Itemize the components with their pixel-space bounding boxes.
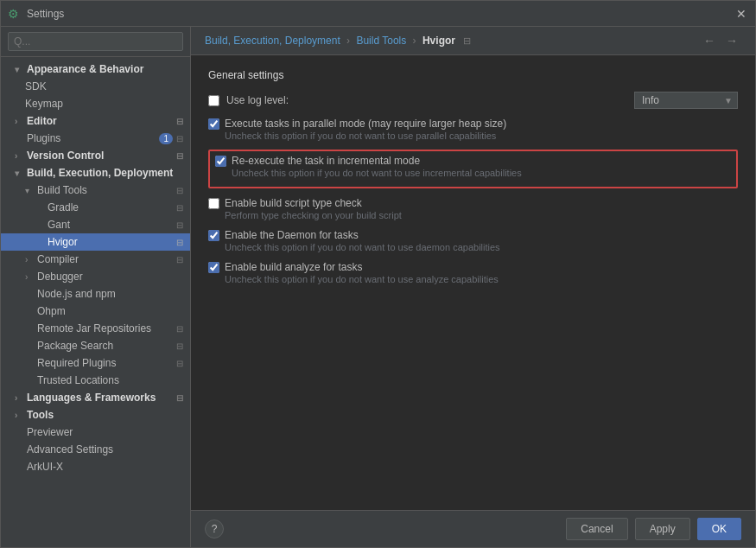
ok-button[interactable]: OK <box>697 518 741 540</box>
sidebar-item-build-tools[interactable]: ▾ Build Tools ⊟ <box>1 182 190 199</box>
arrow-icon: ▾ <box>25 186 35 195</box>
bookmark-icon: ⊟ <box>176 203 183 213</box>
sidebar-item-required-plugins[interactable]: Required Plugins ⊟ <box>1 354 190 372</box>
setting-analyze-tasks: Enable build analyze for tasks Uncheck t… <box>208 261 738 284</box>
daemon-tasks-label: Enable the Daemon for tasks <box>225 229 359 241</box>
titlebar-controls: ✕ <box>734 7 748 21</box>
sidebar-item-compiler[interactable]: › Compiler ⊟ <box>1 251 190 268</box>
bookmark-icon: ⊟ <box>176 117 183 126</box>
search-box <box>1 27 190 57</box>
breadcrumb: Build, Execution, Deployment › Build Too… <box>205 35 471 47</box>
search-input[interactable] <box>8 32 183 51</box>
arrow-icon: › <box>15 151 25 161</box>
sidebar-item-languages[interactable]: › Languages & Frameworks ⊟ <box>1 389 190 406</box>
sidebar-label: Gant <box>48 219 70 231</box>
sidebar-label: SDK <box>25 80 47 92</box>
sidebar-item-debugger[interactable]: › Debugger <box>1 268 190 285</box>
bookmark-icon: ⊟ <box>176 359 183 368</box>
sidebar-label: Build Tools <box>37 184 87 196</box>
bookmark-icon: ⊟ <box>176 255 183 264</box>
arrow-icon: › <box>15 117 25 126</box>
sidebar-item-advanced-settings[interactable]: Advanced Settings <box>1 441 190 458</box>
breadcrumb-part2[interactable]: Build Tools <box>356 35 406 47</box>
nav-back-button[interactable]: ← <box>700 34 719 48</box>
sidebar-item-keymap[interactable]: Keymap <box>1 95 190 112</box>
close-button[interactable]: ✕ <box>734 7 748 21</box>
sidebar-item-package-search[interactable]: Package Search ⊟ <box>1 337 190 354</box>
build-script-type-desc: Perform type checking on your build scri… <box>225 210 738 220</box>
sidebar-label: Ohpm <box>37 305 66 317</box>
bookmark-icon: ⊟ <box>176 341 183 351</box>
sidebar-label: Version Control <box>27 150 104 162</box>
sidebar-item-gant[interactable]: Gant ⊟ <box>1 216 190 233</box>
sidebar-label: Appearance & Behavior <box>27 63 143 75</box>
setting-use-log-level: Use log level: Info Debug Warn Error ▼ <box>208 92 738 109</box>
parallel-mode-checkbox[interactable] <box>208 118 219 130</box>
arrow-icon: › <box>15 393 25 403</box>
use-log-level-label: Use log level: <box>226 94 289 106</box>
right-panel: Build, Execution, Deployment › Build Too… <box>191 27 755 547</box>
settings-window: ⚙ Settings ✕ ▾ Appearance & Behavior SDK <box>0 0 756 548</box>
cancel-button[interactable]: Cancel <box>566 518 627 540</box>
log-level-select-wrapper: Info Debug Warn Error ▼ <box>634 92 738 109</box>
sidebar-item-editor[interactable]: › Editor ⊟ <box>1 112 190 130</box>
sidebar-item-build-exec-deploy[interactable]: ▾ Build, Execution, Deployment <box>1 164 190 182</box>
nav-forward-button[interactable]: → <box>722 34 741 48</box>
sidebar-item-plugins[interactable]: Plugins 1 ⊟ <box>1 130 190 147</box>
sidebar-label: Build, Execution, Deployment <box>27 167 173 179</box>
breadcrumb-bookmark: ⊟ <box>463 35 471 46</box>
sidebar-item-appearance[interactable]: ▾ Appearance & Behavior <box>1 61 190 78</box>
daemon-tasks-row: Enable the Daemon for tasks <box>208 229 738 241</box>
setting-daemon-tasks: Enable the Daemon for tasks Uncheck this… <box>208 229 738 252</box>
sidebar-item-remote-jar[interactable]: Remote Jar Repositories ⊟ <box>1 320 190 337</box>
help-button[interactable]: ? <box>205 519 224 538</box>
daemon-tasks-checkbox[interactable] <box>208 230 219 241</box>
nav-tree: ▾ Appearance & Behavior SDK Keymap › Edi… <box>1 57 190 547</box>
sidebar-item-version-control[interactable]: › Version Control ⊟ <box>1 147 190 164</box>
arrow-icon: › <box>25 272 35 282</box>
footer: ? Cancel Apply OK <box>191 510 755 547</box>
apply-button[interactable]: Apply <box>635 518 690 540</box>
sidebar-label: Tools <box>27 409 54 421</box>
setting-incremental-mode: Re-execute the task in incremental mode … <box>208 150 738 188</box>
sidebar-label: Hvigor <box>48 236 78 248</box>
titlebar: ⚙ Settings ✕ <box>1 1 755 27</box>
sidebar-label: Gradle <box>48 201 79 213</box>
sidebar-label: Plugins <box>27 132 60 144</box>
arrow-icon: › <box>15 411 25 420</box>
sidebar-item-nodejs[interactable]: Node.js and npm <box>1 285 190 303</box>
sidebar-label: Remote Jar Repositories <box>37 322 151 335</box>
setting-parallel-mode: Execute tasks in parallel mode (may requ… <box>208 118 738 141</box>
sidebar-label: Keymap <box>25 98 63 110</box>
plugins-badge: 1 <box>159 133 173 144</box>
breadcrumb-current: Hvigor <box>422 35 455 47</box>
build-script-type-row: Enable build script type check <box>208 197 738 209</box>
incremental-mode-checkbox[interactable] <box>215 156 226 167</box>
daemon-tasks-desc: Uncheck this option if you do not want t… <box>225 242 738 252</box>
section-title: General settings <box>208 69 738 81</box>
sidebar: ▾ Appearance & Behavior SDK Keymap › Edi… <box>1 27 191 547</box>
sidebar-item-trusted-locations[interactable]: Trusted Locations <box>1 372 190 389</box>
build-script-type-label: Enable build script type check <box>225 197 362 209</box>
sidebar-item-hvigor[interactable]: Hvigor ⊟ <box>1 233 190 251</box>
sidebar-item-gradle[interactable]: Gradle ⊟ <box>1 199 190 216</box>
sidebar-label: ArkUI-X <box>27 461 63 473</box>
build-script-type-checkbox[interactable] <box>208 198 219 209</box>
breadcrumb-part1[interactable]: Build, Execution, Deployment <box>205 35 340 47</box>
parallel-mode-desc: Uncheck this option if you do not want t… <box>225 131 738 141</box>
arrow-icon: ▾ <box>15 65 25 74</box>
analyze-tasks-checkbox[interactable] <box>208 262 219 273</box>
sidebar-item-ohpm[interactable]: Ohpm <box>1 303 190 320</box>
breadcrumb-nav: ← → <box>700 34 741 48</box>
sidebar-item-sdk[interactable]: SDK <box>1 78 190 95</box>
log-level-select[interactable]: Info Debug Warn Error <box>634 92 738 109</box>
sidebar-label: Package Search <box>37 340 113 352</box>
bookmark-icon: ⊟ <box>176 324 183 334</box>
sidebar-item-arkui-x[interactable]: ArkUI-X <box>1 458 190 475</box>
sidebar-label: Required Plugins <box>37 357 116 369</box>
use-log-level-checkbox[interactable] <box>208 95 219 106</box>
window-title: Settings <box>27 8 734 20</box>
setting-build-script-type: Enable build script type check Perform t… <box>208 197 738 220</box>
sidebar-item-tools[interactable]: › Tools <box>1 406 190 424</box>
sidebar-item-previewer[interactable]: Previewer <box>1 424 190 441</box>
